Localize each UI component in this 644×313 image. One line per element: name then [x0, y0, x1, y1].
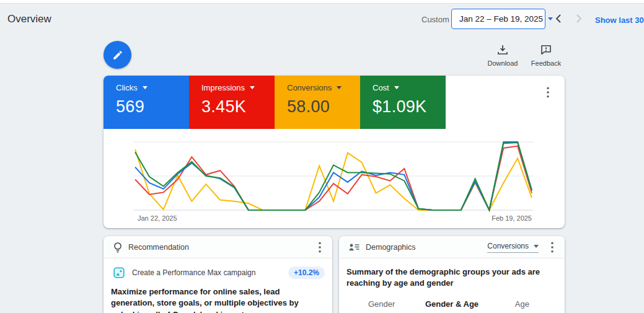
page-title: Overview: [7, 13, 51, 25]
scorecard-label: Cost: [373, 83, 389, 92]
download-label: Download: [483, 60, 523, 67]
tab-age[interactable]: Age: [487, 299, 557, 309]
performance-trend-chart: Jan 22, 2025Feb 19, 2025: [104, 130, 565, 228]
demographics-metric-selector[interactable]: Conversions: [487, 242, 539, 253]
demographics-tabs: Gender Gender & Age Age: [339, 299, 565, 309]
kebab-menu-icon: [551, 242, 554, 253]
scorecard-row: Clicks 569 Impressions 3.45K Conversions…: [104, 76, 565, 129]
date-mode-label: Custom: [421, 15, 449, 24]
chevron-down-icon: [534, 245, 539, 248]
feedback-button[interactable]: Feedback: [526, 45, 566, 67]
demographics-card: Demographics Conversions Summary of the …: [339, 236, 565, 313]
demographics-icon: [349, 243, 359, 252]
date-range-controls: Custom Jan 22 – Feb 19, 2025 Show last 3…: [409, 0, 644, 36]
scorecard-impressions[interactable]: Impressions 3.45K: [189, 76, 275, 129]
scorecard-label: Impressions: [201, 83, 245, 92]
chevron-down-icon: [143, 86, 148, 89]
scorecard-value: 3.45K: [201, 97, 275, 117]
uplift-badge: +10.2%: [288, 267, 325, 279]
card-menu-button[interactable]: [542, 86, 554, 99]
recommendation-item[interactable]: Create a Performance Max campaign +10.2%: [104, 258, 332, 279]
scorecard-clicks[interactable]: Clicks 569: [104, 76, 189, 129]
demographics-menu-button[interactable]: [546, 240, 558, 254]
scorecard-value: 569: [116, 97, 189, 117]
scorecard-value: 58.00: [287, 97, 360, 117]
feedback-label: Feedback: [526, 60, 566, 67]
date-range-value: Jan 22 – Feb 19, 2025: [459, 14, 543, 24]
next-period-button[interactable]: [571, 11, 586, 26]
chevron-down-icon: [337, 86, 342, 89]
performance-card: Clicks 569 Impressions 3.45K Conversions…: [104, 76, 565, 228]
download-icon: [497, 45, 508, 55]
campaign-icon: [113, 267, 125, 278]
scorecard-conversions[interactable]: Conversions 58.00: [275, 76, 360, 129]
demographics-summary: Summary of the demographic groups your a…: [339, 258, 565, 289]
recommendation-item-title: Create a Performance Max campaign: [132, 268, 288, 277]
chevron-down-icon: [250, 86, 255, 89]
chevron-down-icon: [394, 86, 399, 89]
tab-gender[interactable]: Gender: [346, 299, 417, 309]
lightbulb-icon: [113, 242, 122, 253]
download-button[interactable]: Download: [483, 45, 523, 67]
demographics-card-header: Demographics Conversions: [339, 236, 565, 258]
recommendation-description: Maximize performance for online sales, l…: [104, 279, 332, 313]
svg-text:Feb 19, 2025: Feb 19, 2025: [492, 214, 532, 222]
recommendation-menu-button[interactable]: [314, 240, 326, 254]
date-range-picker[interactable]: Jan 22 – Feb 19, 2025: [451, 9, 545, 29]
kebab-menu-icon: [319, 242, 321, 253]
scorecard-label: Clicks: [116, 83, 138, 92]
feedback-icon: [540, 45, 552, 55]
edit-button[interactable]: [104, 41, 131, 69]
pencil-icon: [112, 50, 123, 61]
tab-gender-and-age[interactable]: Gender & Age: [417, 299, 487, 309]
recommendation-card-title: Recommendation: [128, 243, 189, 252]
overview-page: Overview Custom Jan 22 – Feb 19, 2025 Sh…: [0, 0, 644, 313]
recommendation-card: Recommendation Create a Performance Max …: [104, 236, 332, 313]
scorecard-cost[interactable]: Cost $1.09K: [360, 76, 446, 129]
show-last-30-days-link[interactable]: Show last 30 da: [595, 15, 644, 25]
recommendation-card-header: Recommendation: [104, 236, 332, 258]
kebab-menu-icon: [547, 87, 549, 98]
demographics-card-title: Demographics: [366, 243, 416, 252]
svg-text:Jan 22, 2025: Jan 22, 2025: [138, 214, 177, 222]
previous-period-button[interactable]: [550, 11, 565, 26]
selected-metric: Conversions: [487, 242, 529, 250]
scorecard-value: $1.09K: [373, 97, 446, 117]
scorecard-label: Conversions: [287, 83, 332, 92]
